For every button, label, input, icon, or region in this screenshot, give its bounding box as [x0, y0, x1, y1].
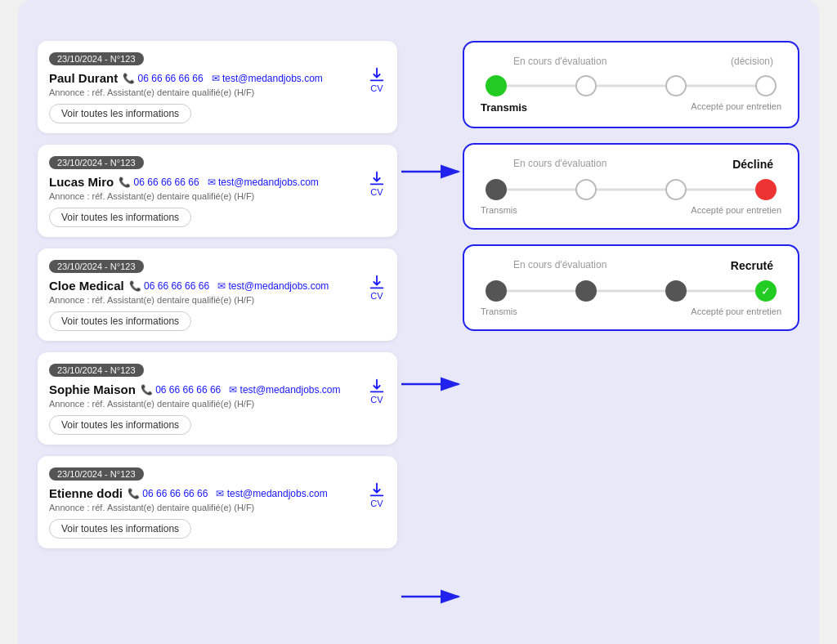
candidates-list: 23/10/2024 - N°123 Paul Durant 📞 06 66 6…: [38, 41, 397, 644]
label-bottom-right-1: Accepté pour entretien: [691, 101, 781, 114]
track-line-1: [486, 85, 777, 87]
panel-top-left-3: En cours d'évaluation: [513, 259, 606, 272]
panel-top-left-1: En cours d'évaluation: [513, 56, 606, 67]
node-3-2: [665, 280, 687, 302]
email-link-5[interactable]: ✉ test@medandjobs.com: [216, 488, 327, 499]
card-subtitle-5: Annonce : réf. Assistant(e) dentaire qua…: [49, 503, 386, 512]
card-subtitle-2: Annonce : réf. Assistant(e) dentaire qua…: [49, 191, 386, 201]
date-badge-4: 23/10/2024 - N°123: [49, 364, 144, 377]
date-badge-1: 23/10/2024 - N°123: [49, 52, 144, 65]
node-2-1: [575, 179, 597, 200]
panel-header-3: En cours d'évaluation Recruté: [481, 259, 781, 272]
contact-info-4: 📞 06 66 66 66 66 ✉ test@medandjobs.com: [141, 384, 341, 396]
panel-top-right-3: Recruté: [731, 259, 773, 272]
card-header-1: Paul Durant 📞 06 66 66 66 66 ✉ test@meda…: [49, 71, 386, 85]
card-header-2: Lucas Miro 📞 06 66 66 66 66 ✉ test@medan…: [49, 175, 386, 189]
cv-label-2: CV: [370, 187, 383, 197]
card-header-4: Sophie Maison 📞 06 66 66 66 66 ✉ test@me…: [49, 382, 386, 396]
contact-info-5: 📞 06 66 66 66 66 ✉ test@medandjobs.com: [128, 488, 328, 499]
card-subtitle-4: Annonce : réf. Assistant(e) dentaire qua…: [49, 399, 386, 409]
candidate-card-5: 23/10/2024 - N°123 Etienne dodi 📞 06 66 …: [38, 456, 397, 548]
node-2-0: [486, 179, 507, 200]
node-1-1: [575, 75, 597, 96]
contact-info-3: 📞 06 66 66 66 66 ✉ test@medandjobs.com: [129, 280, 329, 292]
node-2-3: [755, 179, 777, 200]
panel-header-2: En cours d'évaluation Décliné: [481, 158, 781, 171]
phone-link-2[interactable]: 📞 06 66 66 66 66: [119, 177, 199, 188]
date-badge-5: 23/10/2024 - N°123: [49, 467, 144, 481]
arrow-connectors: [397, 41, 463, 644]
email-link-1[interactable]: ✉ test@medandjobs.com: [212, 73, 323, 84]
card-header-5: Etienne dodi 📞 06 66 66 66 66 ✉ test@med…: [49, 486, 386, 500]
info-button-4[interactable]: Voir toutes les informations: [49, 415, 191, 435]
email-link-4[interactable]: ✉ test@medandjobs.com: [229, 384, 340, 396]
cv-label-3: CV: [370, 291, 383, 301]
main-container: 23/10/2024 - N°123 Paul Durant 📞 06 66 6…: [18, 0, 819, 644]
status-panel-1: En cours d'évaluation (décision) Transmi…: [463, 41, 799, 128]
node-3-1: [575, 280, 597, 302]
progress-track-2: [481, 179, 781, 200]
contact-info-2: 📞 06 66 66 66 66 ✉ test@medandjobs.com: [119, 177, 319, 188]
cv-icon-3[interactable]: CV: [368, 273, 386, 301]
candidate-card-4: 23/10/2024 - N°123 Sophie Maison 📞 06 66…: [38, 352, 397, 445]
node-1-0: [486, 75, 507, 96]
cv-label-4: CV: [370, 395, 383, 405]
contact-info-1: 📞 06 66 66 66 66 ✉ test@medandjobs.com: [123, 73, 323, 84]
progress-track-3: ✓: [481, 280, 781, 302]
cv-label-5: CV: [370, 499, 383, 508]
panel-top-right-2: Décliné: [732, 158, 773, 171]
label-bottom-left-1: Transmis: [481, 101, 527, 114]
node-2-2: [665, 179, 687, 200]
candidate-card-2: 23/10/2024 - N°123 Lucas Miro 📞 06 66 66…: [38, 145, 397, 237]
progress-labels-2: Transmis Accepté pour entretien: [481, 205, 781, 215]
status-panel-2: En cours d'évaluation Décliné Transmis A…: [463, 143, 799, 230]
track-line-3: [486, 290, 777, 293]
candidate-card-1: 23/10/2024 - N°123 Paul Durant 📞 06 66 6…: [38, 41, 397, 133]
status-panels: En cours d'évaluation (décision) Transmi…: [463, 41, 799, 644]
node-1-3: [755, 75, 777, 96]
panel-top-right-1: (décision): [731, 56, 773, 67]
panel-top-left-2: En cours d'évaluation: [513, 158, 606, 171]
candidate-name-5: Etienne dodi: [49, 486, 123, 500]
candidate-name-1: Paul Durant: [49, 71, 118, 85]
cv-icon-1[interactable]: CV: [368, 65, 386, 93]
panel-header-1: En cours d'évaluation (décision): [481, 56, 781, 67]
label-bottom-right-3: Accepté pour entretien: [691, 306, 781, 316]
progress-track-1: [481, 75, 781, 96]
content-layout: 23/10/2024 - N°123 Paul Durant 📞 06 66 6…: [38, 41, 799, 644]
label-bottom-left-2: Transmis: [481, 205, 517, 215]
cv-label-1: CV: [370, 83, 383, 93]
phone-link-4[interactable]: 📞 06 66 66 66 66: [141, 384, 221, 396]
date-badge-2: 23/10/2024 - N°123: [49, 156, 144, 169]
info-button-3[interactable]: Voir toutes les informations: [49, 311, 191, 331]
cv-icon-2[interactable]: CV: [368, 169, 386, 197]
cv-icon-5[interactable]: CV: [368, 481, 386, 508]
info-button-2[interactable]: Voir toutes les informations: [49, 208, 191, 227]
track-line-2: [486, 189, 777, 191]
label-bottom-right-2: Accepté pour entretien: [691, 205, 781, 215]
email-link-2[interactable]: ✉ test@medandjobs.com: [208, 177, 319, 188]
node-3-3: ✓: [755, 280, 777, 302]
progress-labels-3: Transmis Accepté pour entretien: [481, 306, 781, 316]
card-subtitle-1: Annonce : réf. Assistant(e) dentaire qua…: [49, 87, 386, 97]
email-link-3[interactable]: ✉ test@medandjobs.com: [217, 280, 329, 292]
label-bottom-left-3: Transmis: [481, 306, 517, 316]
candidate-name-3: Cloe Medical: [49, 279, 124, 293]
progress-labels-1: Transmis Accepté pour entretien: [481, 101, 781, 114]
node-3-0: [486, 280, 507, 302]
status-panel-3: En cours d'évaluation Recruté ✓ Transmis…: [463, 244, 799, 331]
phone-link-3[interactable]: 📞 06 66 66 66 66: [129, 280, 209, 292]
info-button-1[interactable]: Voir toutes les informations: [49, 104, 191, 123]
cv-icon-4[interactable]: CV: [368, 377, 386, 405]
info-button-5[interactable]: Voir toutes les informations: [49, 519, 191, 539]
candidate-card-3: 23/10/2024 - N°123 Cloe Medical 📞 06 66 …: [38, 248, 397, 341]
candidate-name-2: Lucas Miro: [49, 175, 114, 189]
phone-link-1[interactable]: 📞 06 66 66 66 66: [123, 73, 203, 84]
date-badge-3: 23/10/2024 - N°123: [49, 260, 144, 273]
card-subtitle-3: Annonce : réf. Assistant(e) dentaire qua…: [49, 295, 386, 305]
card-header-3: Cloe Medical 📞 06 66 66 66 66 ✉ test@med…: [49, 279, 386, 293]
phone-link-5[interactable]: 📞 06 66 66 66 66: [128, 488, 208, 499]
candidate-name-4: Sophie Maison: [49, 382, 136, 396]
node-1-2: [665, 75, 687, 96]
